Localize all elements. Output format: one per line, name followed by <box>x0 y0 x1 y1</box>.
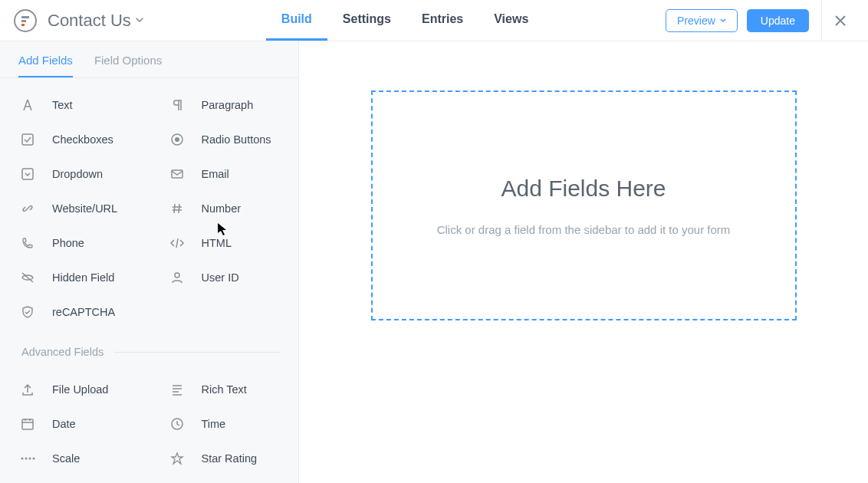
hidden-icon <box>18 268 37 287</box>
field-time-label: Time <box>202 418 226 430</box>
field-email[interactable]: Email <box>150 156 299 191</box>
form-title: Contact Us <box>48 11 131 31</box>
checkbox-icon <box>18 130 37 149</box>
field-rich-text-label: Rich Text <box>202 383 247 396</box>
field-star-rating[interactable]: Star Rating <box>150 441 299 475</box>
field-paragraph-label: Paragraph <box>202 99 254 111</box>
email-icon <box>168 165 186 183</box>
primary-nav: Build Settings Entries Views <box>266 0 544 41</box>
tab-settings[interactable]: Settings <box>327 0 406 41</box>
field-recaptcha[interactable]: reCAPTCHA <box>0 294 150 329</box>
field-rich-text[interactable]: Rich Text <box>150 372 299 406</box>
scale-icon <box>18 449 37 468</box>
preview-button[interactable]: Preview <box>666 9 738 32</box>
svg-point-11 <box>172 419 182 429</box>
radio-icon <box>168 130 186 149</box>
field-scale[interactable]: Scale <box>0 441 150 475</box>
app-header: Contact Us Build Settings Entries Views … <box>0 0 868 41</box>
field-hidden[interactable]: Hidden Field <box>0 260 150 294</box>
field-number[interactable]: Number <box>150 191 299 225</box>
svg-rect-4 <box>22 134 33 145</box>
svg-rect-1 <box>21 16 29 18</box>
dropzone-title: Add Fields Here <box>501 176 666 202</box>
advanced-fields-grid: File Upload Rich Text Date Time Scale St… <box>0 363 298 483</box>
field-time[interactable]: Time <box>150 406 299 441</box>
dropzone-subtitle: Click or drag a field from the sidebar t… <box>437 223 731 236</box>
field-date[interactable]: Date <box>0 406 150 441</box>
caret-down-icon <box>136 18 143 23</box>
advanced-section-header: Advanced Fields <box>0 338 298 363</box>
hash-icon <box>168 199 186 218</box>
tab-views[interactable]: Views <box>478 0 544 41</box>
section-divider <box>114 352 280 353</box>
tab-entries[interactable]: Entries <box>406 0 478 41</box>
date-icon <box>18 415 37 433</box>
tab-settings-label: Settings <box>343 12 391 26</box>
tab-build[interactable]: Build <box>266 0 327 41</box>
field-url-label: Website/URL <box>52 202 117 215</box>
field-dropdown-label: Dropdown <box>52 168 103 180</box>
svg-point-12 <box>21 457 24 459</box>
field-recaptcha-label: reCAPTCHA <box>52 306 115 318</box>
svg-rect-3 <box>21 24 25 26</box>
header-divider <box>821 0 822 41</box>
field-date-label: Date <box>52 418 76 430</box>
close-button[interactable] <box>825 15 856 27</box>
sidebar-tab-add-fields[interactable]: Add Fields <box>18 54 73 77</box>
form-canvas: Add Fields Here Click or drag a field fr… <box>299 41 868 483</box>
html-icon <box>168 234 186 252</box>
phone-icon <box>18 234 37 252</box>
app-logo <box>14 9 37 32</box>
field-checkboxes[interactable]: Checkboxes <box>0 122 150 156</box>
richtext-icon <box>168 380 186 399</box>
form-title-dropdown[interactable]: Contact Us <box>48 11 143 31</box>
field-star-rating-label: Star Rating <box>202 452 258 465</box>
field-text[interactable]: Text <box>0 87 150 122</box>
tab-entries-label: Entries <box>422 12 463 26</box>
tab-views-label: Views <box>494 12 528 26</box>
upload-icon <box>18 380 37 399</box>
field-phone-label: Phone <box>52 237 84 249</box>
field-paragraph[interactable]: Paragraph <box>150 87 299 122</box>
advanced-section-label: Advanced Fields <box>21 346 104 358</box>
user-icon <box>168 268 186 287</box>
sidebar-tabs: Add Fields Field Options <box>0 41 298 78</box>
svg-rect-8 <box>172 170 182 178</box>
sidebar-tab-field-options[interactable]: Field Options <box>94 54 162 77</box>
field-file-upload[interactable]: File Upload <box>0 372 150 406</box>
header-actions: Preview Update <box>666 0 868 41</box>
svg-point-5 <box>172 134 182 145</box>
update-button[interactable]: Update <box>747 9 809 32</box>
text-icon <box>18 96 37 114</box>
sidebar-tab-field-options-label: Field Options <box>94 54 162 67</box>
svg-rect-10 <box>22 419 33 429</box>
field-html[interactable]: HTML <box>150 225 299 260</box>
field-scale-label: Scale <box>52 452 80 465</box>
field-text-label: Text <box>52 99 73 111</box>
svg-point-14 <box>29 457 31 459</box>
sidebar-tab-add-fields-label: Add Fields <box>18 54 73 67</box>
field-radio-label: Radio Buttons <box>202 133 271 146</box>
field-number-label: Number <box>202 202 242 215</box>
svg-point-0 <box>15 10 36 31</box>
field-url[interactable]: Website/URL <box>0 191 150 225</box>
star-icon <box>168 449 186 468</box>
svg-point-15 <box>33 457 35 459</box>
svg-point-9 <box>175 273 179 278</box>
field-file-upload-label: File Upload <box>52 383 108 396</box>
field-userid[interactable]: User ID <box>150 260 299 294</box>
field-phone[interactable]: Phone <box>0 225 150 260</box>
field-dropdown[interactable]: Dropdown <box>0 156 150 191</box>
close-icon <box>834 15 847 27</box>
field-userid-label: User ID <box>202 271 239 284</box>
tab-build-label: Build <box>281 12 312 26</box>
preview-button-label: Preview <box>677 15 715 27</box>
dropzone[interactable]: Add Fields Here Click or drag a field fr… <box>371 90 797 320</box>
update-button-label: Update <box>761 15 795 27</box>
field-checkboxes-label: Checkboxes <box>52 133 113 146</box>
field-html-label: HTML <box>202 237 232 249</box>
link-icon <box>18 199 37 218</box>
field-radio[interactable]: Radio Buttons <box>150 122 299 156</box>
sidebar: Add Fields Field Options Text Paragraph … <box>0 41 299 483</box>
shield-icon <box>18 303 37 321</box>
